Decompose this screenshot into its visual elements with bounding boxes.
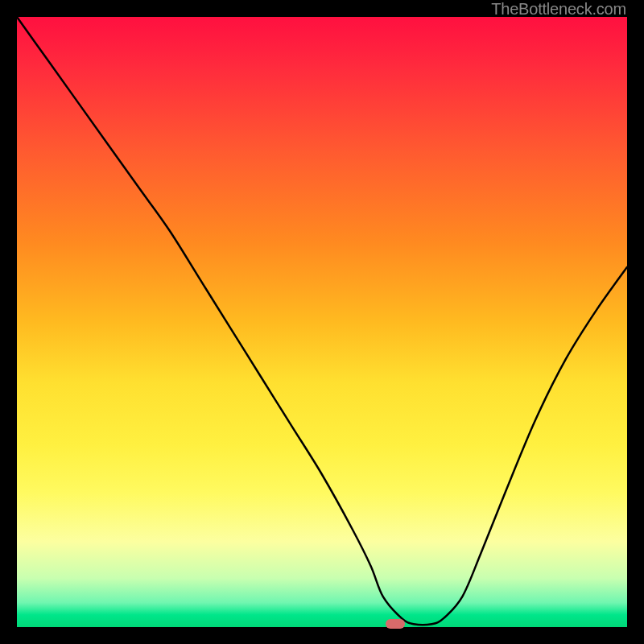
watermark-text: TheBottleneck.com <box>491 0 626 19</box>
chart-frame: TheBottleneck.com <box>0 0 644 644</box>
bottleneck-marker <box>386 619 405 629</box>
bottleneck-curve <box>17 17 627 627</box>
